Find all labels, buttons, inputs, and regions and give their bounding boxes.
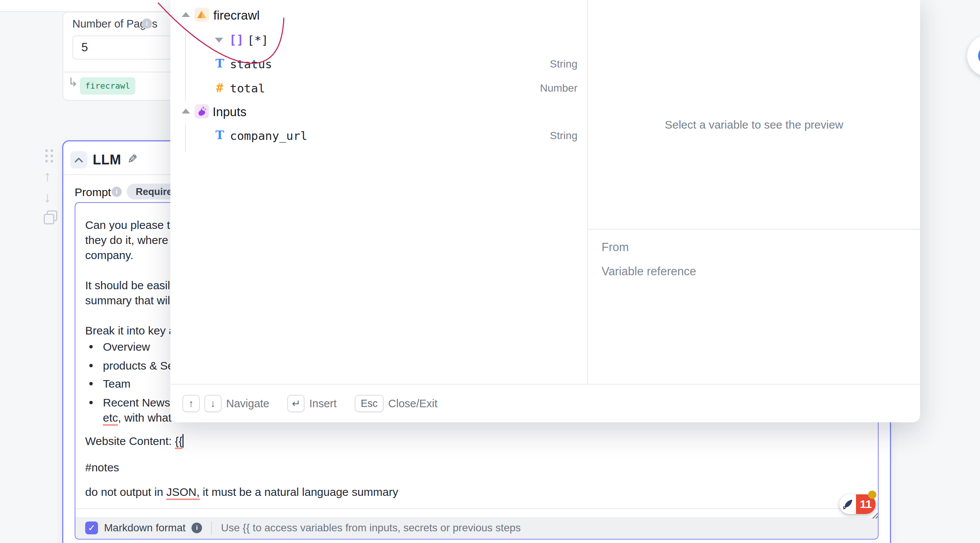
premium-dot-icon: [868, 490, 877, 499]
enter-key: ↵: [287, 395, 305, 412]
variable-type-label: Number: [540, 82, 578, 94]
collapse-arrow-icon[interactable]: [182, 108, 190, 113]
drag-handle-icon[interactable]: [45, 149, 53, 162]
text-cursor: [183, 434, 184, 447]
tree-node-firecrawl[interactable]: firecrawl: [170, 6, 587, 24]
prompt-line: do not output in JSON, it must be a natu…: [85, 484, 398, 500]
prompt-line: company.: [85, 248, 134, 263]
edit-title-icon[interactable]: ✎: [127, 152, 138, 166]
cropped-card-bottom: [0, 0, 170, 12]
expand-arrow-icon[interactable]: [215, 38, 223, 43]
chat-widget-button[interactable]: [967, 35, 980, 76]
quill-icon: [839, 494, 856, 514]
variable-name: status: [230, 57, 272, 71]
prompt-line: Break it into key a: [85, 323, 175, 338]
tree-row-company-url[interactable]: T company_url String: [170, 127, 587, 143]
insert-label: Insert: [309, 397, 337, 410]
inputs-icon: [194, 104, 209, 118]
prompt-line: Can you please ta: [85, 218, 177, 232]
variable-reference-label: Variable reference: [601, 265, 696, 278]
textarea-footer-divider: [75, 508, 878, 509]
prompt-line: they do it, where t: [85, 232, 175, 248]
variable-tree: firecrawl [] [*] T status String # total…: [170, 0, 587, 384]
bullet-dot: [89, 401, 93, 404]
variable-braces: {{: [175, 435, 183, 449]
footer-separator: [211, 522, 212, 534]
prompt-footer-bar: ✓ Markdown format i Use {{ to access var…: [75, 517, 878, 539]
branch-arrow-icon: ↳: [68, 75, 78, 89]
esc-key: Esc: [355, 395, 384, 412]
string-type-icon: T: [214, 128, 225, 142]
prompt-line: summary that will: [85, 293, 173, 308]
close-exit-label: Close/Exit: [388, 397, 438, 410]
number-type-icon: #: [214, 81, 225, 95]
markdown-format-label: Markdown format: [104, 522, 185, 534]
firecrawl-output-chip[interactable]: firecrawl: [80, 77, 135, 95]
string-type-icon: T: [214, 57, 225, 70]
variable-preview-panel: Select a variable to see the preview Fro…: [587, 0, 920, 384]
from-label: From: [601, 240, 629, 254]
chat-logo-icon: [974, 42, 980, 69]
prompt-line-variable: Website Content: {{: [85, 434, 184, 449]
duplicate-icon[interactable]: [44, 210, 57, 225]
bullet-dot: [89, 345, 93, 349]
variable-type-label: String: [550, 58, 578, 70]
variables-hint-text: Use {{ to access variables from inputs, …: [221, 522, 520, 534]
array-brackets-icon: []: [229, 32, 240, 47]
tree-row-status[interactable]: T status String: [170, 55, 587, 72]
prompt-bullet: Overview: [89, 339, 150, 355]
chevron-up-icon: [74, 157, 83, 163]
preview-placeholder-text: Select a variable to see the preview: [588, 118, 920, 131]
variable-picker-popup: firecrawl [] [*] T status String # total…: [170, 0, 920, 422]
prompt-bullet: Team: [89, 376, 130, 392]
info-icon[interactable]: i: [191, 522, 202, 533]
tree-row-array[interactable]: [] [*]: [170, 32, 587, 48]
collapse-arrow-icon[interactable]: [182, 12, 190, 17]
bullet-dot: [89, 364, 93, 367]
variable-name: total: [230, 81, 265, 95]
preview-divider: [588, 229, 920, 230]
prompt-bullet: products & Se: [89, 358, 174, 373]
shortcut-hint-bar: ↑ ↓ Navigate ↵ Insert Esc Close/Exit: [170, 384, 920, 422]
prompt-field-label: Prompt: [75, 186, 111, 199]
array-wildcard-label: [*]: [247, 33, 268, 47]
firecrawl-icon: [194, 8, 209, 22]
prompt-line: #notes: [85, 460, 119, 475]
move-up-icon[interactable]: ↑: [44, 168, 51, 185]
info-icon[interactable]: i: [111, 187, 122, 197]
prompt-bullet: Recent News: [89, 395, 170, 410]
move-down-icon[interactable]: ↓: [44, 189, 51, 205]
variable-name: company_url: [230, 129, 307, 143]
node-title: LLM: [93, 152, 121, 168]
prompt-line: etc, with what: [103, 410, 172, 425]
tree-node-inputs[interactable]: Inputs: [170, 103, 587, 121]
info-icon[interactable]: i: [142, 19, 152, 29]
markdown-checkbox[interactable]: ✓: [85, 522, 98, 534]
variable-type-label: String: [550, 130, 578, 142]
prompt-line: It should be easily: [85, 278, 176, 293]
arrow-up-key: ↑: [183, 395, 200, 412]
workflow-canvas: Number of Pages i 5 ↳ firecrawl ↑ ↓ LLM …: [0, 0, 980, 543]
arrow-down-key: ↓: [204, 395, 222, 412]
navigate-label: Navigate: [226, 397, 269, 410]
tree-row-total[interactable]: # total Number: [170, 79, 587, 96]
spellcheck-word: etc: [103, 411, 118, 426]
collapse-node-button[interactable]: [70, 151, 88, 169]
bullet-dot: [89, 382, 93, 385]
spellcheck-word: JSON,: [166, 486, 199, 500]
tree-node-label: Inputs: [213, 105, 247, 119]
tree-node-label: firecrawl: [213, 8, 260, 22]
resize-handle[interactable]: [872, 511, 878, 521]
